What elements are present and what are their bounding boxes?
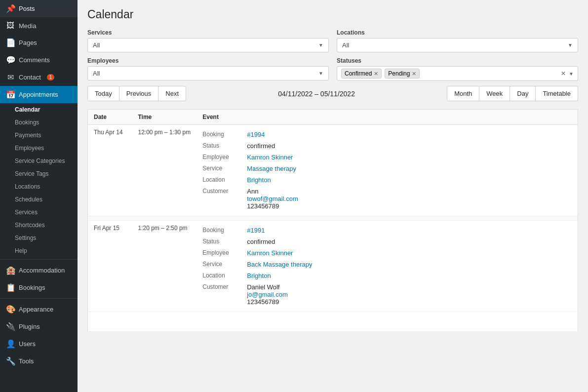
event-detail-row: CustomerDaniel Wolfjo@gmail.com123456789 [202, 281, 572, 308]
event-detail-label: Status [202, 238, 247, 245]
view-week-button[interactable]: Week [479, 86, 510, 101]
customer-name: Daniel Wolf [247, 283, 288, 291]
event-detail-row: CustomerAnntowof@gmail.com123456789 [202, 186, 572, 212]
sidebar-item-label: Posts [19, 5, 35, 12]
sidebar-item-label: Media [19, 22, 36, 30]
customer-info: Daniel Wolfjo@gmail.com123456789 [247, 283, 288, 306]
employee-link[interactable]: Kamron Skinner [247, 249, 293, 257]
employee-link[interactable]: Kamron Skinner [247, 154, 293, 161]
plugins-icon: 🔌 [6, 322, 15, 331]
status-tag-pending-close[interactable]: ✕ [412, 71, 416, 77]
nav-btn-group: Today Previous Next [87, 86, 186, 101]
statuses-clear-button[interactable]: ✕ [561, 70, 566, 77]
sidebar-item-appointments[interactable]: 📅 Appointments [0, 86, 78, 103]
sidebar-item-appearance[interactable]: 🎨 Appearance [0, 301, 78, 318]
services-filter-group: Services All ▼ [87, 29, 329, 52]
sidebar-sub-schedules[interactable]: Schedules [0, 193, 78, 206]
event-detail-value: Brighton [247, 272, 271, 279]
event-detail-value: #1994 [247, 131, 265, 138]
filters-row-1: Services All ▼ Locations All ▼ [87, 29, 578, 52]
sidebar-sub-calendar[interactable]: Calendar [0, 103, 78, 116]
sidebar-item-contact[interactable]: ✉ Contact 1 [0, 69, 78, 86]
sidebar-sub-employees[interactable]: Employees [0, 142, 78, 155]
sidebar-item-users[interactable]: 👤 Users [0, 335, 78, 353]
sidebar-sub-help[interactable]: Help [0, 244, 78, 257]
customer-email-link[interactable]: towof@gmail.com [247, 195, 298, 202]
service-link[interactable]: Massage therapy [247, 165, 296, 172]
sidebar-item-label: Accommodation [19, 267, 65, 274]
locations-select[interactable]: All ▼ [337, 38, 578, 52]
event-detail-row: EmployeeKamron Skinner [202, 247, 572, 259]
booking-link[interactable]: #1991 [247, 227, 265, 234]
location-link[interactable]: Brighton [247, 176, 271, 184]
table-row: Thu Apr 1412:00 pm – 1:30 pmBooking#1994… [88, 125, 578, 216]
sidebar-sub-services[interactable]: Services [0, 206, 78, 219]
media-icon: 🖼 [6, 21, 15, 30]
status-tag-confirmed-close[interactable]: ✕ [374, 71, 378, 77]
view-month-button[interactable]: Month [447, 86, 479, 101]
customer-email-link[interactable]: jo@gmail.com [247, 291, 288, 298]
sidebar-item-comments[interactable]: 💬 Comments [0, 51, 78, 69]
event-detail-label: Location [202, 272, 247, 279]
next-button[interactable]: Next [158, 86, 186, 101]
sidebar-item-label: Contact [19, 74, 41, 81]
event-detail-row: Statusconfirmed [202, 236, 572, 247]
status-tag-confirmed-label: Confirmed [345, 70, 372, 77]
statuses-select[interactable]: Confirmed ✕ Pending ✕ ✕ ▼ [337, 66, 578, 81]
tools-icon: 🔧 [6, 356, 15, 366]
employees-select[interactable]: All ▼ [87, 66, 329, 80]
sidebar-sub-bookings[interactable]: Bookings [0, 116, 78, 129]
locations-label: Locations [337, 29, 578, 36]
main-content: Calendar Services All ▼ Locations All ▼ … [78, 0, 588, 392]
sidebar-item-bookings2[interactable]: 📋 Bookings [0, 279, 78, 296]
customer-info: Anntowof@gmail.com123456789 [247, 188, 298, 210]
accommodation-icon: 🏨 [6, 266, 15, 275]
event-detail-row: ServiceMassage therapy [202, 163, 572, 174]
customer-phone: 123456789 [247, 202, 298, 210]
event-cell: Booking#1991StatusconfirmedEmployeeKamro… [196, 221, 578, 312]
location-link[interactable]: Brighton [247, 272, 271, 279]
view-btn-group: Month Week Day Timetable [447, 86, 578, 101]
sidebar-item-label: Appearance [19, 306, 53, 313]
sidebar-item-tools[interactable]: 🔧 Tools [0, 353, 78, 370]
previous-button[interactable]: Previous [119, 86, 159, 101]
event-detail-label: Booking [202, 227, 247, 234]
view-day-button[interactable]: Day [510, 86, 536, 101]
locations-select-value: All [342, 41, 568, 49]
sidebar-sub-locations[interactable]: Locations [0, 180, 78, 193]
sidebar-item-label: Tools [19, 357, 34, 365]
event-detail-label: Employee [202, 154, 247, 161]
date-cell: Thu Apr 14 [88, 125, 132, 216]
date-range: 04/11/2022 – 05/11/2022 [186, 90, 447, 98]
sidebar-item-accommodation[interactable]: 🏨 Accommodation [0, 262, 78, 279]
sidebar-sub-shortcodes[interactable]: Shortcodes [0, 219, 78, 232]
event-detail-label: Employee [202, 249, 247, 257]
sidebar-item-plugins[interactable]: 🔌 Plugins [0, 318, 78, 335]
empty-row [88, 312, 578, 332]
sidebar-sub-payments[interactable]: Payments [0, 129, 78, 142]
event-detail-value: Brighton [247, 176, 271, 184]
sidebar-sub-service-tags[interactable]: Service Tags [0, 167, 78, 180]
sidebar-item-posts[interactable]: 📌 Posts [0, 0, 78, 17]
sidebar: 📌 Posts 🖼 Media 📄 Pages 💬 Comments ✉ Con… [0, 0, 78, 392]
page-title: Calendar [87, 8, 578, 21]
employees-select-value: All [93, 70, 318, 77]
col-date: Date [88, 110, 132, 125]
services-dropdown-arrow: ▼ [318, 42, 323, 48]
sidebar-item-pages[interactable]: 📄 Pages [0, 34, 78, 51]
sidebar-sub-settings[interactable]: Settings [0, 232, 78, 244]
event-detail-row: Booking#1994 [202, 129, 572, 140]
service-link[interactable]: Back Massage therapy [247, 261, 312, 268]
sidebar-item-media[interactable]: 🖼 Media [0, 17, 78, 34]
view-timetable-button[interactable]: Timetable [536, 86, 578, 101]
today-button[interactable]: Today [87, 86, 119, 101]
services-select-value: All [93, 41, 318, 49]
calendar-table: Date Time Event Thu Apr 1412:00 pm – 1:3… [87, 109, 578, 332]
sidebar-sub-service-categories[interactable]: Service Categories [0, 155, 78, 167]
event-detail-row: LocationBrighton [202, 174, 572, 186]
services-select[interactable]: All ▼ [87, 38, 329, 52]
locations-filter-group: Locations All ▼ [337, 29, 578, 52]
booking-link[interactable]: #1994 [247, 131, 265, 138]
time-cell: 12:00 pm – 1:30 pm [132, 125, 197, 216]
locations-dropdown-arrow: ▼ [568, 42, 573, 48]
